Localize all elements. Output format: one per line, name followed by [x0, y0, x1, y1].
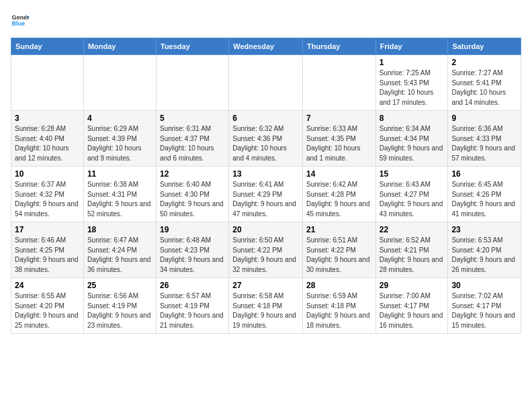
calendar-cell: 4Sunrise: 6:29 AMSunset: 4:39 PMDaylight…: [83, 111, 156, 167]
calendar-cell: 8Sunrise: 6:34 AMSunset: 4:34 PMDaylight…: [375, 111, 448, 167]
calendar-cell: 20Sunrise: 6:50 AMSunset: 4:22 PMDayligh…: [229, 222, 303, 278]
day-number: 21: [306, 225, 372, 234]
calendar-cell: 28Sunrise: 6:59 AMSunset: 4:18 PMDayligh…: [302, 278, 375, 334]
day-info: Sunrise: 6:46 AMSunset: 4:25 PMDaylight:…: [15, 236, 80, 275]
calendar-cell: [83, 55, 156, 111]
day-info: Sunrise: 6:42 AMSunset: 4:28 PMDaylight:…: [306, 180, 372, 219]
calendar-cell: 23Sunrise: 6:53 AMSunset: 4:20 PMDayligh…: [448, 222, 521, 278]
day-number: 4: [87, 113, 152, 123]
day-info: Sunrise: 7:00 AMSunset: 4:17 PMDaylight:…: [380, 291, 445, 330]
calendar-cell: 24Sunrise: 6:55 AMSunset: 4:20 PMDayligh…: [11, 278, 84, 334]
calendar-cell: 29Sunrise: 7:00 AMSunset: 4:17 PMDayligh…: [375, 278, 448, 334]
day-number: 17: [15, 225, 80, 234]
weekday-header: Tuesday: [157, 38, 229, 55]
day-info: Sunrise: 6:57 AMSunset: 4:19 PMDaylight:…: [160, 291, 225, 330]
calendar-week-row: 10Sunrise: 6:37 AMSunset: 4:32 PMDayligh…: [11, 167, 521, 222]
day-info: Sunrise: 6:34 AMSunset: 4:34 PMDaylight:…: [380, 124, 445, 163]
calendar-cell: 11Sunrise: 6:38 AMSunset: 4:31 PMDayligh…: [83, 167, 156, 222]
calendar-cell: 14Sunrise: 6:42 AMSunset: 4:28 PMDayligh…: [302, 167, 375, 222]
day-number: 24: [15, 281, 80, 290]
day-info: Sunrise: 6:47 AMSunset: 4:24 PMDaylight:…: [87, 236, 152, 275]
day-info: Sunrise: 6:38 AMSunset: 4:31 PMDaylight:…: [87, 180, 152, 219]
weekday-header: Thursday: [302, 38, 375, 55]
calendar-cell: 2Sunrise: 7:27 AMSunset: 5:41 PMDaylight…: [448, 55, 521, 111]
day-number: 16: [451, 169, 517, 179]
day-number: 3: [15, 113, 80, 123]
calendar-cell: [157, 55, 229, 111]
calendar-cell: 15Sunrise: 6:43 AMSunset: 4:27 PMDayligh…: [375, 167, 448, 222]
day-info: Sunrise: 6:56 AMSunset: 4:19 PMDaylight:…: [87, 291, 152, 330]
day-number: 25: [87, 281, 152, 290]
day-info: Sunrise: 6:59 AMSunset: 4:18 PMDaylight:…: [306, 291, 372, 330]
calendar-cell: 30Sunrise: 7:02 AMSunset: 4:17 PMDayligh…: [448, 278, 521, 334]
day-info: Sunrise: 7:25 AMSunset: 5:43 PMDaylight:…: [380, 68, 445, 107]
calendar-week-row: 1Sunrise: 7:25 AMSunset: 5:43 PMDaylight…: [11, 55, 521, 111]
calendar-cell: 21Sunrise: 6:51 AMSunset: 4:22 PMDayligh…: [302, 222, 375, 278]
calendar-week-row: 17Sunrise: 6:46 AMSunset: 4:25 PMDayligh…: [11, 222, 521, 278]
day-number: 14: [306, 169, 372, 179]
day-number: 13: [232, 169, 299, 179]
calendar-cell: 5Sunrise: 6:31 AMSunset: 4:37 PMDaylight…: [157, 111, 229, 167]
day-number: 28: [306, 281, 372, 290]
calendar-cell: 13Sunrise: 6:41 AMSunset: 4:29 PMDayligh…: [229, 167, 303, 222]
weekday-header: Monday: [83, 38, 156, 55]
logo-icon: General Blue: [11, 11, 30, 30]
day-number: 8: [380, 113, 445, 123]
day-number: 18: [87, 225, 152, 234]
day-number: 23: [451, 225, 517, 234]
day-number: 1: [380, 58, 445, 67]
calendar-cell: 18Sunrise: 6:47 AMSunset: 4:24 PMDayligh…: [83, 222, 156, 278]
calendar-cell: 19Sunrise: 6:48 AMSunset: 4:23 PMDayligh…: [157, 222, 229, 278]
page-header: General Blue: [11, 11, 521, 30]
day-info: Sunrise: 6:58 AMSunset: 4:18 PMDaylight:…: [232, 291, 299, 330]
day-info: Sunrise: 6:29 AMSunset: 4:39 PMDaylight:…: [87, 124, 152, 163]
day-number: 7: [306, 113, 372, 123]
svg-text:Blue: Blue: [11, 20, 25, 27]
day-number: 27: [232, 281, 299, 290]
day-number: 12: [160, 169, 225, 179]
calendar-cell: 12Sunrise: 6:40 AMSunset: 4:30 PMDayligh…: [157, 167, 229, 222]
day-number: 5: [160, 113, 225, 123]
day-number: 26: [160, 281, 225, 290]
day-number: 19: [160, 225, 225, 234]
calendar-cell: 7Sunrise: 6:33 AMSunset: 4:35 PMDaylight…: [302, 111, 375, 167]
day-number: 20: [232, 225, 299, 234]
day-info: Sunrise: 6:43 AMSunset: 4:27 PMDaylight:…: [380, 180, 445, 219]
day-info: Sunrise: 6:31 AMSunset: 4:37 PMDaylight:…: [160, 124, 225, 163]
day-number: 10: [15, 169, 80, 179]
calendar-table: SundayMondayTuesdayWednesdayThursdayFrid…: [11, 38, 521, 334]
calendar-cell: 9Sunrise: 6:36 AMSunset: 4:33 PMDaylight…: [448, 111, 521, 167]
calendar-cell: 22Sunrise: 6:52 AMSunset: 4:21 PMDayligh…: [375, 222, 448, 278]
day-info: Sunrise: 7:02 AMSunset: 4:17 PMDaylight:…: [451, 291, 517, 330]
weekday-header: Sunday: [11, 38, 84, 55]
weekday-header: Saturday: [448, 38, 521, 55]
calendar-cell: 10Sunrise: 6:37 AMSunset: 4:32 PMDayligh…: [11, 167, 84, 222]
day-info: Sunrise: 6:53 AMSunset: 4:20 PMDaylight:…: [451, 236, 517, 275]
day-info: Sunrise: 6:45 AMSunset: 4:26 PMDaylight:…: [451, 180, 517, 219]
day-number: 29: [380, 281, 445, 290]
day-info: Sunrise: 6:48 AMSunset: 4:23 PMDaylight:…: [160, 236, 225, 275]
day-info: Sunrise: 7:27 AMSunset: 5:41 PMDaylight:…: [451, 68, 517, 107]
day-info: Sunrise: 6:50 AMSunset: 4:22 PMDaylight:…: [232, 236, 299, 275]
weekday-header: Wednesday: [229, 38, 303, 55]
day-info: Sunrise: 6:36 AMSunset: 4:33 PMDaylight:…: [451, 124, 517, 163]
day-number: 15: [380, 169, 445, 179]
day-info: Sunrise: 6:52 AMSunset: 4:21 PMDaylight:…: [380, 236, 445, 275]
day-info: Sunrise: 6:55 AMSunset: 4:20 PMDaylight:…: [15, 291, 80, 330]
day-info: Sunrise: 6:28 AMSunset: 4:40 PMDaylight:…: [15, 124, 80, 163]
calendar-cell: 27Sunrise: 6:58 AMSunset: 4:18 PMDayligh…: [229, 278, 303, 334]
calendar-week-row: 3Sunrise: 6:28 AMSunset: 4:40 PMDaylight…: [11, 111, 521, 167]
calendar-cell: 17Sunrise: 6:46 AMSunset: 4:25 PMDayligh…: [11, 222, 84, 278]
day-info: Sunrise: 6:51 AMSunset: 4:22 PMDaylight:…: [306, 236, 372, 275]
day-number: 30: [451, 281, 517, 290]
calendar-week-row: 24Sunrise: 6:55 AMSunset: 4:20 PMDayligh…: [11, 278, 521, 334]
calendar-header-row: SundayMondayTuesdayWednesdayThursdayFrid…: [11, 38, 521, 55]
calendar-cell: 3Sunrise: 6:28 AMSunset: 4:40 PMDaylight…: [11, 111, 84, 167]
day-info: Sunrise: 6:33 AMSunset: 4:35 PMDaylight:…: [306, 124, 372, 163]
calendar-cell: 1Sunrise: 7:25 AMSunset: 5:43 PMDaylight…: [375, 55, 448, 111]
day-number: 22: [380, 225, 445, 234]
calendar-cell: 25Sunrise: 6:56 AMSunset: 4:19 PMDayligh…: [83, 278, 156, 334]
weekday-header: Friday: [375, 38, 448, 55]
day-info: Sunrise: 6:40 AMSunset: 4:30 PMDaylight:…: [160, 180, 225, 219]
calendar-cell: 6Sunrise: 6:32 AMSunset: 4:36 PMDaylight…: [229, 111, 303, 167]
